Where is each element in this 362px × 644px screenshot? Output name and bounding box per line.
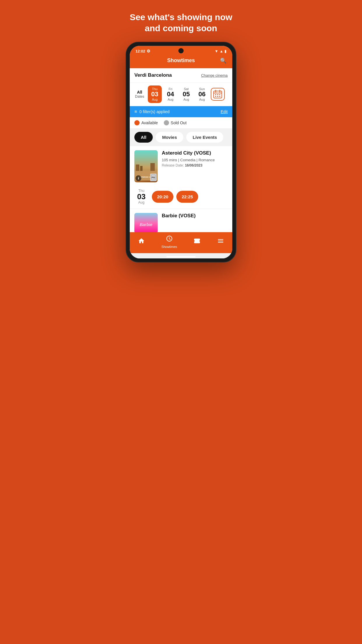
- movie-poster-barbie[interactable]: Barbie: [134, 213, 158, 232]
- rating-badge: PG: [150, 174, 157, 181]
- status-bar: 12:02 ⚙ ▼ ▲ ▮: [130, 46, 232, 55]
- showtime-2225[interactable]: 22:25: [176, 191, 198, 203]
- menu-icon: [217, 237, 224, 246]
- home-indicator: [166, 256, 196, 257]
- svg-rect-4: [215, 94, 216, 95]
- movie-details-asteroid: Asteroid City (VOSE) 105 mins | Comedia …: [162, 150, 228, 182]
- showtime-2020[interactable]: 20:20: [152, 191, 173, 203]
- signal-icon: ▲: [219, 49, 223, 53]
- category-live-events[interactable]: Live Events: [186, 132, 223, 143]
- date-item-sat05[interactable]: Sat 05 Aug: [179, 85, 193, 103]
- promo-title: See what's showing now and coming soon: [130, 12, 232, 34]
- status-icons: ▼ ▲ ▮: [215, 49, 226, 53]
- movie-item-barbie: Barbie Barbie (VOSE): [130, 209, 232, 232]
- clock-icon: [166, 235, 173, 244]
- nav-tickets[interactable]: [194, 237, 201, 246]
- filter-icon: ≡: [134, 109, 137, 114]
- movie-release-asteroid: Release Date: 16/06/2023: [162, 163, 228, 167]
- wifi-icon: ▼: [215, 49, 218, 53]
- home-indicator-bar: [130, 253, 232, 258]
- legend: Available Sold Out: [130, 117, 232, 128]
- cinema-name: Verdi Barcelona: [134, 72, 172, 78]
- filter-bar: ≡ 0 filter(s) applied Edit: [130, 106, 232, 117]
- date-picker: All Dates Thu 03 Aug Fri 04 Aug Sat 05 A…: [130, 83, 232, 106]
- battery-icon: ▮: [224, 49, 226, 53]
- app-header-title: Showtimes: [167, 57, 195, 64]
- date-item-thu03[interactable]: Thu 03 Aug: [148, 85, 162, 103]
- app-header: Showtimes 🔍: [130, 55, 232, 68]
- ticket-icon: [194, 237, 201, 246]
- category-movies[interactable]: Movies: [156, 132, 183, 143]
- home-icon: [138, 237, 145, 246]
- movie-title-asteroid: Asteroid City (VOSE): [162, 150, 228, 156]
- svg-rect-7: [215, 96, 216, 97]
- movie-info-row: ASTEROID CITY ℹ PG Asteroid City (VOSE): [134, 150, 228, 182]
- svg-rect-9: [219, 96, 220, 97]
- showtime-row-asteroid: Thu 03 Aug 20:20 22:25: [134, 186, 228, 204]
- phone-frame: 12:02 ⚙ ▼ ▲ ▮ Showtimes 🔍 Verdi Barcelon…: [126, 42, 236, 262]
- legend-available: Available: [134, 120, 158, 125]
- legend-soldout: Sold Out: [164, 120, 187, 125]
- svg-rect-6: [219, 94, 220, 95]
- showtimes-nav-label: Showtimes: [161, 245, 177, 249]
- svg-rect-14: [150, 163, 155, 171]
- bottom-nav: Showtimes: [130, 232, 232, 253]
- date-item-all[interactable]: All Dates: [133, 88, 146, 100]
- movie-details-barbie: Barbie (VOSE): [162, 213, 228, 232]
- change-cinema-button[interactable]: Change cinema: [201, 73, 228, 78]
- movie-item-asteroid: ASTEROID CITY ℹ PG Asteroid City (VOSE): [130, 146, 232, 209]
- svg-rect-5: [217, 94, 218, 95]
- camera-notch: [178, 48, 184, 53]
- nav-menu[interactable]: [217, 237, 224, 246]
- available-label: Available: [141, 120, 158, 125]
- status-time: 12:02 ⚙: [136, 49, 150, 53]
- date-item-sun06[interactable]: Sun 06 Aug: [195, 85, 209, 103]
- soldout-dot: [164, 120, 169, 125]
- movie-title-barbie: Barbie (VOSE): [162, 213, 228, 219]
- svg-rect-12: [136, 164, 139, 171]
- filter-info: ≡ 0 filter(s) applied: [134, 109, 170, 114]
- category-all[interactable]: All: [134, 132, 153, 143]
- svg-text:Barbie: Barbie: [140, 222, 152, 227]
- available-dot: [134, 120, 140, 125]
- movie-meta-asteroid: 105 mins | Comedia | Romance: [162, 158, 228, 162]
- svg-rect-8: [217, 96, 218, 97]
- phone-screen: 12:02 ⚙ ▼ ▲ ▮ Showtimes 🔍 Verdi Barcelon…: [130, 46, 232, 258]
- filter-edit-button[interactable]: Edit: [221, 109, 228, 114]
- svg-text:PG: PG: [152, 176, 155, 179]
- movie-poster-asteroid[interactable]: ASTEROID CITY ℹ PG: [134, 150, 158, 182]
- svg-rect-13: [140, 166, 143, 171]
- search-icon[interactable]: 🔍: [220, 57, 226, 64]
- showtime-date: Thu 03 Aug: [134, 189, 148, 204]
- calendar-button[interactable]: [211, 88, 225, 101]
- cinema-selector: Verdi Barcelona Change cinema: [130, 68, 232, 83]
- filter-count: 0 filter(s) applied: [139, 109, 170, 114]
- date-item-fri04[interactable]: Fri 04 Aug: [164, 85, 178, 103]
- nav-home[interactable]: [138, 237, 145, 246]
- barbie-info-row: Barbie Barbie (VOSE): [134, 213, 228, 232]
- category-pills: All Movies Live Events: [130, 128, 232, 146]
- nav-showtimes[interactable]: Showtimes: [161, 235, 177, 249]
- soldout-label: Sold Out: [171, 120, 187, 125]
- time-pills: 20:20 22:25: [152, 191, 198, 203]
